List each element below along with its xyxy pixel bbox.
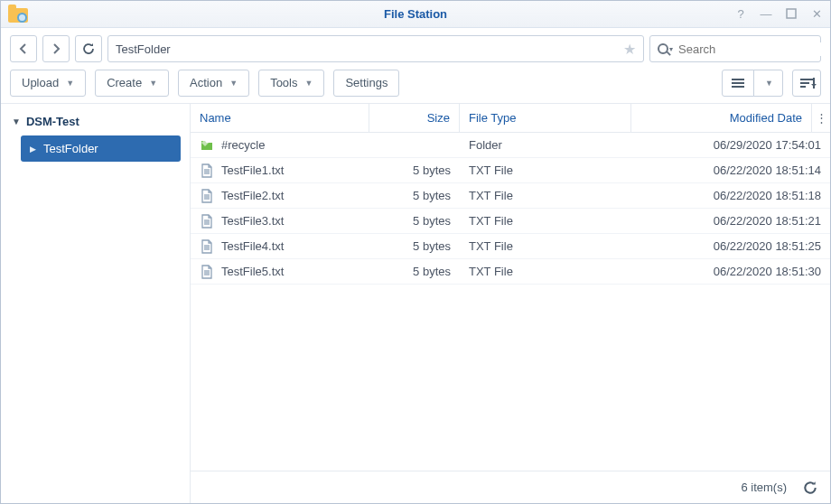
chevron-left-icon — [18, 43, 29, 54]
view-dropdown-button[interactable]: ▼ — [753, 70, 783, 97]
col-type[interactable]: File Type — [460, 104, 631, 132]
search-box[interactable]: ▾ — [649, 35, 821, 62]
cell-type: TXT File — [460, 265, 631, 278]
folder-icon — [200, 138, 214, 153]
window-title: File Station — [1, 7, 830, 21]
file-icon — [200, 163, 214, 178]
cell-type: TXT File — [460, 239, 631, 253]
cell-date: 06/22/2020 18:51:25 — [631, 239, 830, 253]
refresh-icon — [82, 42, 95, 55]
favorite-icon[interactable]: ★ — [623, 41, 636, 58]
tree-child-label: TestFolder — [43, 142, 98, 155]
action-button[interactable]: Action▼ — [178, 70, 249, 97]
file-icon — [200, 265, 214, 279]
file-rows: #recycleFolder06/29/2020 17:54:01TestFil… — [191, 133, 830, 471]
triangle-down-icon: ▼ — [12, 117, 21, 126]
search-icon: ▾ — [658, 43, 673, 54]
sort-button[interactable] — [792, 70, 821, 97]
back-button[interactable] — [10, 35, 37, 62]
cell-name: TestFile1.txt — [191, 163, 369, 178]
file-icon — [200, 239, 214, 254]
table-row[interactable]: TestFile4.txt5 bytesTXT File06/22/2020 1… — [191, 234, 830, 259]
cell-date: 06/22/2020 18:51:21 — [631, 214, 830, 228]
svg-rect-0 — [787, 9, 796, 18]
file-name: TestFile1.txt — [221, 163, 284, 177]
table-row[interactable]: TestFile1.txt5 bytesTXT File06/22/2020 1… — [191, 158, 830, 183]
cell-name: TestFile3.txt — [191, 214, 369, 229]
table-row[interactable]: #recycleFolder06/29/2020 17:54:01 — [191, 133, 830, 158]
search-input[interactable] — [678, 42, 830, 56]
body: ▼ DSM-Test ▶ TestFolder Name Size File T… — [1, 104, 830, 503]
cell-name: #recycle — [191, 138, 369, 153]
cell-type: TXT File — [460, 163, 631, 177]
table-row[interactable]: TestFile5.txt5 bytesTXT File06/22/2020 1… — [191, 259, 830, 285]
cell-type: TXT File — [460, 214, 631, 228]
file-name: #recycle — [221, 138, 265, 152]
tools-button[interactable]: Tools▼ — [258, 70, 324, 97]
cell-name: TestFile2.txt — [191, 189, 369, 203]
file-name: TestFile2.txt — [221, 189, 284, 202]
caret-icon: ▼ — [149, 79, 157, 88]
close-button[interactable]: ✕ — [807, 4, 826, 23]
col-size[interactable]: Size — [369, 104, 460, 132]
list-view-button[interactable] — [722, 70, 754, 97]
col-name[interactable]: Name — [191, 104, 369, 132]
file-icon — [200, 214, 214, 229]
help-button[interactable]: ? — [731, 4, 751, 23]
file-name: TestFile3.txt — [221, 214, 284, 228]
path-input[interactable] — [116, 42, 620, 56]
cell-date: 06/22/2020 18:51:14 — [631, 163, 830, 177]
minimize-button[interactable]: — — [756, 4, 776, 23]
cell-type: TXT File — [460, 189, 631, 202]
settings-button[interactable]: Settings — [333, 70, 399, 97]
file-name: TestFile4.txt — [221, 239, 284, 253]
chevron-right-icon — [51, 43, 61, 54]
col-date[interactable]: Modified Date — [631, 104, 812, 132]
table-row[interactable]: TestFile2.txt5 bytesTXT File06/22/2020 1… — [191, 183, 830, 209]
main-panel: Name Size File Type Modified Date ⋮ #rec… — [191, 104, 830, 503]
file-icon — [200, 189, 214, 203]
caret-icon: ▼ — [66, 79, 74, 88]
cell-name: TestFile4.txt — [191, 239, 369, 254]
forward-button[interactable] — [42, 35, 70, 62]
create-button[interactable]: Create▼ — [95, 70, 169, 97]
table-row[interactable]: TestFile3.txt5 bytesTXT File06/22/2020 1… — [191, 209, 830, 234]
caret-icon: ▼ — [765, 79, 773, 88]
item-count: 6 item(s) — [741, 481, 787, 494]
caret-icon: ▼ — [229, 79, 238, 88]
cell-name: TestFile5.txt — [191, 265, 369, 279]
toolbar: Upload▼ Create▼ Action▼ Tools▼ Settings … — [1, 68, 830, 104]
status-bar: 6 item(s) — [191, 471, 830, 503]
cell-date: 06/22/2020 18:51:18 — [631, 189, 830, 202]
tree-child-selected[interactable]: ▶ TestFolder — [21, 135, 181, 162]
cell-date: 06/29/2020 17:54:01 — [631, 138, 830, 152]
file-station-window: File Station ? — ✕ ★ ▾ — [0, 0, 831, 504]
nav-row: ★ ▾ — [1, 28, 830, 68]
cell-size: 5 bytes — [369, 239, 460, 253]
cell-size: 5 bytes — [369, 189, 460, 202]
sidebar: ▼ DSM-Test ▶ TestFolder — [1, 104, 191, 503]
column-headers: Name Size File Type Modified Date ⋮ — [191, 104, 830, 133]
col-more[interactable]: ⋮ — [812, 104, 830, 132]
path-box[interactable]: ★ — [107, 35, 644, 62]
caret-icon: ▼ — [305, 79, 313, 88]
cell-date: 06/22/2020 18:51:30 — [631, 265, 830, 278]
cell-size: 5 bytes — [369, 163, 460, 177]
cell-type: Folder — [460, 138, 631, 152]
maximize-button[interactable] — [781, 4, 801, 23]
triangle-right-icon: ▶ — [30, 145, 36, 154]
status-refresh-button[interactable] — [803, 481, 817, 495]
cell-size: 5 bytes — [369, 265, 460, 278]
cell-size: 5 bytes — [369, 214, 460, 228]
list-icon — [732, 79, 744, 88]
tree-root[interactable]: ▼ DSM-Test — [1, 109, 190, 134]
tree-root-label: DSM-Test — [26, 115, 79, 128]
upload-button[interactable]: Upload▼ — [10, 70, 86, 97]
sort-icon — [800, 77, 813, 89]
app-icon — [8, 6, 28, 23]
file-name: TestFile5.txt — [221, 265, 284, 278]
titlebar: File Station ? — ✕ — [1, 1, 830, 28]
refresh-button[interactable] — [75, 35, 102, 62]
